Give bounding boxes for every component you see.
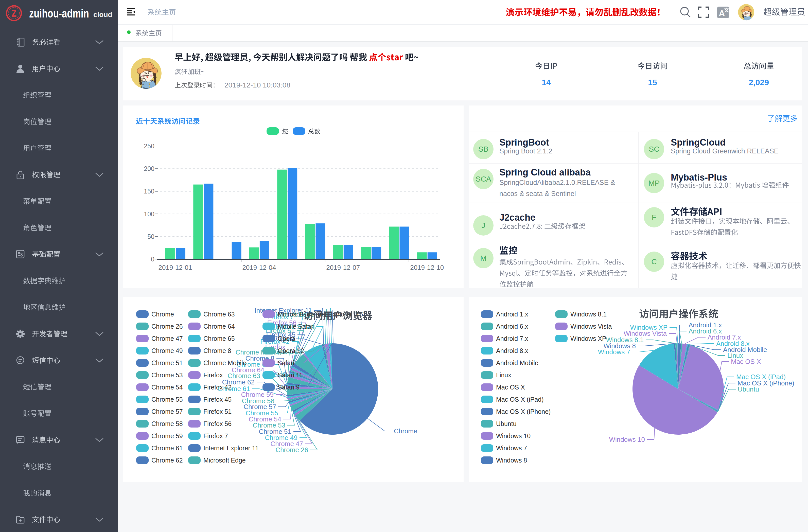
svg-text:Spring Boot 2.1.2: Spring Boot 2.1.2	[499, 147, 552, 155]
svg-text:Spring Cloud Greenwich.RELEASE: Spring Cloud Greenwich.RELEASE	[671, 147, 778, 155]
svg-text:Chrome 65: Chrome 65	[203, 335, 235, 342]
svg-text:F: F	[652, 213, 656, 221]
svg-text:14: 14	[542, 78, 551, 87]
svg-text:Android 7.x: Android 7.x	[496, 335, 528, 342]
svg-text:Firefox: Firefox	[203, 371, 223, 379]
svg-text:Firefox 56: Firefox 56	[203, 420, 232, 427]
svg-text:Microsoft Edge: Microsoft Edge	[203, 457, 246, 464]
svg-text:15: 15	[648, 78, 657, 87]
svg-text:Chrome 59: Chrome 59	[151, 432, 183, 439]
svg-text:Mac OS X (iPhone): Mac OS X (iPhone)	[496, 408, 551, 415]
svg-text:Chrome 47: Chrome 47	[151, 335, 183, 342]
svg-text:cloud: cloud	[93, 11, 112, 19]
svg-text:Firefox 42: Firefox 42	[203, 384, 232, 391]
svg-text:Chrome 26: Chrome 26	[275, 446, 308, 454]
svg-text:200: 200	[144, 165, 154, 172]
svg-text:Mac OS X (iPad): Mac OS X (iPad)	[496, 396, 544, 403]
svg-text:Windows 7: Windows 7	[496, 444, 527, 452]
svg-text:Chrome: Chrome	[151, 311, 174, 318]
svg-text:Android Mobile: Android Mobile	[496, 359, 538, 366]
svg-text:Windows Vista: Windows Vista	[570, 323, 612, 330]
svg-text:2019-12-07: 2019-12-07	[326, 264, 360, 271]
svg-text:A: A	[719, 8, 725, 18]
svg-text:50: 50	[147, 233, 154, 240]
svg-text:Windows 10: Windows 10	[609, 436, 645, 443]
svg-text:SB: SB	[478, 145, 489, 153]
svg-text:C: C	[651, 257, 657, 266]
svg-text:nacos & seata & Sentinel: nacos & seata & Sentinel	[499, 190, 576, 198]
svg-text:Windows XP: Windows XP	[570, 335, 606, 342]
svg-text:Safari: Safari	[278, 359, 294, 366]
svg-text:SpringBoot: SpringBoot	[499, 137, 549, 148]
svg-text:100: 100	[144, 210, 154, 218]
svg-text:2019-12-10 10:03:08: 2019-12-10 10:03:08	[224, 81, 290, 89]
svg-text:Android 6.x: Android 6.x	[496, 323, 528, 330]
svg-text:Chrome: Chrome	[394, 427, 417, 435]
svg-text:2019-12-01: 2019-12-01	[159, 264, 192, 271]
svg-text:Chrome 63: Chrome 63	[203, 311, 235, 318]
svg-text:Android 8.x: Android 8.x	[496, 347, 528, 354]
svg-text:2,029: 2,029	[749, 78, 769, 87]
svg-text:2019-12-10: 2019-12-10	[410, 264, 444, 271]
svg-text:Linux: Linux	[496, 371, 511, 379]
svg-text:Firefox 45: Firefox 45	[203, 396, 232, 403]
svg-text:Mac OS X: Mac OS X	[731, 358, 761, 365]
svg-text:Chrome 57: Chrome 57	[151, 408, 183, 415]
svg-text:2019-12-04: 2019-12-04	[242, 264, 276, 271]
svg-text:J2cache: J2cache	[499, 212, 535, 223]
svg-text:Safari 9: Safari 9	[278, 384, 299, 391]
svg-text:Mobile Safari: Mobile Safari	[278, 323, 315, 330]
svg-text:Chrome 51: Chrome 51	[151, 359, 183, 366]
svg-text:Opera 12: Opera 12	[278, 347, 304, 354]
svg-text:Firefox 7: Firefox 7	[203, 432, 228, 439]
svg-text:SpringCloud: SpringCloud	[671, 137, 726, 148]
svg-text:Chrome 64: Chrome 64	[203, 323, 235, 330]
svg-text:SC: SC	[649, 145, 659, 153]
svg-text:Chrome 8: Chrome 8	[203, 347, 231, 354]
svg-text:M: M	[480, 254, 487, 262]
svg-text:Ubuntu: Ubuntu	[738, 385, 759, 393]
svg-text:Chrome 61: Chrome 61	[151, 444, 183, 452]
svg-text:zuihou-admin: zuihou-admin	[29, 7, 89, 20]
svg-text:Safari 11: Safari 11	[278, 371, 302, 379]
svg-text:Windows 8: Windows 8	[496, 457, 527, 464]
svg-text:Chrome 58: Chrome 58	[151, 420, 183, 427]
svg-text:0: 0	[151, 256, 154, 263]
svg-text:Opera: Opera	[278, 335, 295, 342]
svg-text:Windows 10: Windows 10	[496, 432, 531, 439]
svg-text:MP: MP	[648, 179, 660, 187]
svg-text:Chrome Mobile: Chrome Mobile	[203, 359, 246, 366]
svg-text:Android 1.x: Android 1.x	[496, 311, 528, 318]
svg-text:Spring Cloud alibaba: Spring Cloud alibaba	[499, 167, 591, 178]
svg-text:Chrome 62: Chrome 62	[151, 457, 183, 464]
svg-text:Chrome 55: Chrome 55	[151, 396, 183, 403]
svg-text:Mybatis-Plus: Mybatis-Plus	[671, 172, 727, 183]
svg-text:Chrome 54: Chrome 54	[151, 384, 183, 391]
svg-text:SpringCloudAlibaba2.1.0.RELEAS: SpringCloudAlibaba2.1.0.RELEASE &	[499, 179, 615, 186]
svg-text:250: 250	[144, 143, 154, 150]
svg-text:Chrome 49: Chrome 49	[151, 347, 183, 354]
svg-text:J: J	[482, 221, 485, 230]
svg-text:Chrome 53: Chrome 53	[151, 371, 183, 379]
svg-text:SCA: SCA	[476, 175, 491, 183]
svg-text:Mac OS X: Mac OS X	[496, 384, 525, 391]
svg-text:150: 150	[144, 188, 154, 195]
svg-text:Windows 8.1: Windows 8.1	[570, 311, 607, 318]
svg-text:Windows 7: Windows 7	[598, 348, 630, 356]
svg-text:Firefox 51: Firefox 51	[203, 408, 232, 415]
svg-text:Internet Explorer 11: Internet Explorer 11	[203, 444, 259, 452]
svg-text:Chrome 26: Chrome 26	[151, 323, 183, 330]
svg-text:Ubuntu: Ubuntu	[496, 420, 517, 427]
